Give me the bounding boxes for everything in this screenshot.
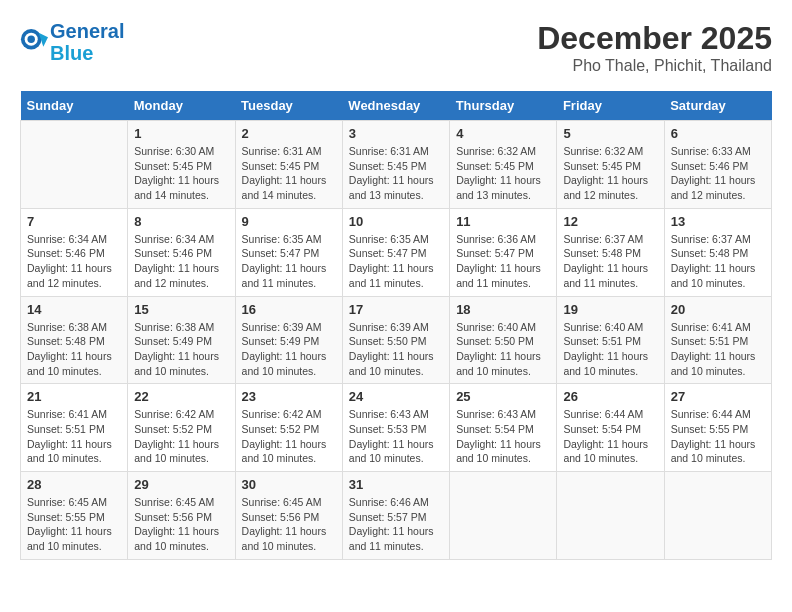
day-info: Sunrise: 6:34 AM Sunset: 5:46 PM Dayligh… (27, 232, 121, 291)
day-number: 16 (242, 302, 336, 317)
day-number: 31 (349, 477, 443, 492)
day-info: Sunrise: 6:30 AM Sunset: 5:45 PM Dayligh… (134, 144, 228, 203)
calendar-week-row: 28Sunrise: 6:45 AM Sunset: 5:55 PM Dayli… (21, 472, 772, 560)
calendar-header-row: SundayMondayTuesdayWednesdayThursdayFrid… (21, 91, 772, 121)
day-info: Sunrise: 6:44 AM Sunset: 5:55 PM Dayligh… (671, 407, 765, 466)
calendar-cell: 31Sunrise: 6:46 AM Sunset: 5:57 PM Dayli… (342, 472, 449, 560)
day-info: Sunrise: 6:40 AM Sunset: 5:50 PM Dayligh… (456, 320, 550, 379)
day-info: Sunrise: 6:42 AM Sunset: 5:52 PM Dayligh… (242, 407, 336, 466)
day-number: 22 (134, 389, 228, 404)
calendar-cell: 18Sunrise: 6:40 AM Sunset: 5:50 PM Dayli… (450, 296, 557, 384)
weekday-header: Thursday (450, 91, 557, 121)
calendar-cell: 9Sunrise: 6:35 AM Sunset: 5:47 PM Daylig… (235, 208, 342, 296)
day-number: 27 (671, 389, 765, 404)
day-number: 8 (134, 214, 228, 229)
calendar-cell: 15Sunrise: 6:38 AM Sunset: 5:49 PM Dayli… (128, 296, 235, 384)
calendar-cell: 27Sunrise: 6:44 AM Sunset: 5:55 PM Dayli… (664, 384, 771, 472)
calendar-cell: 17Sunrise: 6:39 AM Sunset: 5:50 PM Dayli… (342, 296, 449, 384)
calendar-cell (664, 472, 771, 560)
day-info: Sunrise: 6:38 AM Sunset: 5:48 PM Dayligh… (27, 320, 121, 379)
calendar-cell: 29Sunrise: 6:45 AM Sunset: 5:56 PM Dayli… (128, 472, 235, 560)
calendar-cell: 30Sunrise: 6:45 AM Sunset: 5:56 PM Dayli… (235, 472, 342, 560)
calendar-week-row: 14Sunrise: 6:38 AM Sunset: 5:48 PM Dayli… (21, 296, 772, 384)
day-info: Sunrise: 6:45 AM Sunset: 5:55 PM Dayligh… (27, 495, 121, 554)
day-number: 17 (349, 302, 443, 317)
calendar-week-row: 7Sunrise: 6:34 AM Sunset: 5:46 PM Daylig… (21, 208, 772, 296)
logo-blue: Blue (50, 42, 124, 64)
calendar-cell: 26Sunrise: 6:44 AM Sunset: 5:54 PM Dayli… (557, 384, 664, 472)
calendar-cell (450, 472, 557, 560)
day-number: 24 (349, 389, 443, 404)
calendar-cell: 24Sunrise: 6:43 AM Sunset: 5:53 PM Dayli… (342, 384, 449, 472)
weekday-header: Tuesday (235, 91, 342, 121)
calendar-cell: 13Sunrise: 6:37 AM Sunset: 5:48 PM Dayli… (664, 208, 771, 296)
day-number: 1 (134, 126, 228, 141)
calendar-cell: 7Sunrise: 6:34 AM Sunset: 5:46 PM Daylig… (21, 208, 128, 296)
weekday-header: Saturday (664, 91, 771, 121)
day-number: 18 (456, 302, 550, 317)
weekday-header: Sunday (21, 91, 128, 121)
weekday-header: Friday (557, 91, 664, 121)
day-info: Sunrise: 6:37 AM Sunset: 5:48 PM Dayligh… (671, 232, 765, 291)
day-number: 26 (563, 389, 657, 404)
day-number: 6 (671, 126, 765, 141)
day-info: Sunrise: 6:44 AM Sunset: 5:54 PM Dayligh… (563, 407, 657, 466)
day-info: Sunrise: 6:35 AM Sunset: 5:47 PM Dayligh… (242, 232, 336, 291)
day-info: Sunrise: 6:38 AM Sunset: 5:49 PM Dayligh… (134, 320, 228, 379)
day-number: 20 (671, 302, 765, 317)
day-number: 25 (456, 389, 550, 404)
day-number: 30 (242, 477, 336, 492)
day-info: Sunrise: 6:42 AM Sunset: 5:52 PM Dayligh… (134, 407, 228, 466)
calendar-cell: 11Sunrise: 6:36 AM Sunset: 5:47 PM Dayli… (450, 208, 557, 296)
day-number: 29 (134, 477, 228, 492)
logo-general: General (50, 20, 124, 42)
day-number: 3 (349, 126, 443, 141)
logo-icon (20, 28, 48, 56)
day-number: 19 (563, 302, 657, 317)
calendar-cell: 12Sunrise: 6:37 AM Sunset: 5:48 PM Dayli… (557, 208, 664, 296)
day-info: Sunrise: 6:43 AM Sunset: 5:54 PM Dayligh… (456, 407, 550, 466)
calendar-cell: 6Sunrise: 6:33 AM Sunset: 5:46 PM Daylig… (664, 121, 771, 209)
day-number: 4 (456, 126, 550, 141)
calendar-cell: 20Sunrise: 6:41 AM Sunset: 5:51 PM Dayli… (664, 296, 771, 384)
page-title: December 2025 (537, 20, 772, 57)
calendar-cell (21, 121, 128, 209)
logo: General Blue (20, 20, 124, 64)
day-info: Sunrise: 6:35 AM Sunset: 5:47 PM Dayligh… (349, 232, 443, 291)
weekday-header: Wednesday (342, 91, 449, 121)
day-info: Sunrise: 6:41 AM Sunset: 5:51 PM Dayligh… (27, 407, 121, 466)
calendar-cell: 4Sunrise: 6:32 AM Sunset: 5:45 PM Daylig… (450, 121, 557, 209)
day-info: Sunrise: 6:46 AM Sunset: 5:57 PM Dayligh… (349, 495, 443, 554)
weekday-header: Monday (128, 91, 235, 121)
day-number: 13 (671, 214, 765, 229)
calendar-table: SundayMondayTuesdayWednesdayThursdayFrid… (20, 91, 772, 560)
title-block: December 2025 Pho Thale, Phichit, Thaila… (537, 20, 772, 75)
day-info: Sunrise: 6:34 AM Sunset: 5:46 PM Dayligh… (134, 232, 228, 291)
day-number: 12 (563, 214, 657, 229)
day-info: Sunrise: 6:36 AM Sunset: 5:47 PM Dayligh… (456, 232, 550, 291)
day-number: 21 (27, 389, 121, 404)
day-info: Sunrise: 6:41 AM Sunset: 5:51 PM Dayligh… (671, 320, 765, 379)
day-number: 10 (349, 214, 443, 229)
day-info: Sunrise: 6:31 AM Sunset: 5:45 PM Dayligh… (242, 144, 336, 203)
page-subtitle: Pho Thale, Phichit, Thailand (537, 57, 772, 75)
calendar-cell: 25Sunrise: 6:43 AM Sunset: 5:54 PM Dayli… (450, 384, 557, 472)
calendar-cell: 10Sunrise: 6:35 AM Sunset: 5:47 PM Dayli… (342, 208, 449, 296)
calendar-week-row: 1Sunrise: 6:30 AM Sunset: 5:45 PM Daylig… (21, 121, 772, 209)
calendar-cell: 1Sunrise: 6:30 AM Sunset: 5:45 PM Daylig… (128, 121, 235, 209)
day-number: 23 (242, 389, 336, 404)
page-header: General Blue December 2025 Pho Thale, Ph… (20, 20, 772, 75)
calendar-cell: 23Sunrise: 6:42 AM Sunset: 5:52 PM Dayli… (235, 384, 342, 472)
calendar-cell: 8Sunrise: 6:34 AM Sunset: 5:46 PM Daylig… (128, 208, 235, 296)
calendar-cell: 3Sunrise: 6:31 AM Sunset: 5:45 PM Daylig… (342, 121, 449, 209)
calendar-cell: 14Sunrise: 6:38 AM Sunset: 5:48 PM Dayli… (21, 296, 128, 384)
day-number: 2 (242, 126, 336, 141)
calendar-cell: 5Sunrise: 6:32 AM Sunset: 5:45 PM Daylig… (557, 121, 664, 209)
day-number: 9 (242, 214, 336, 229)
day-number: 14 (27, 302, 121, 317)
calendar-cell: 28Sunrise: 6:45 AM Sunset: 5:55 PM Dayli… (21, 472, 128, 560)
day-number: 5 (563, 126, 657, 141)
calendar-week-row: 21Sunrise: 6:41 AM Sunset: 5:51 PM Dayli… (21, 384, 772, 472)
calendar-cell: 19Sunrise: 6:40 AM Sunset: 5:51 PM Dayli… (557, 296, 664, 384)
day-info: Sunrise: 6:43 AM Sunset: 5:53 PM Dayligh… (349, 407, 443, 466)
